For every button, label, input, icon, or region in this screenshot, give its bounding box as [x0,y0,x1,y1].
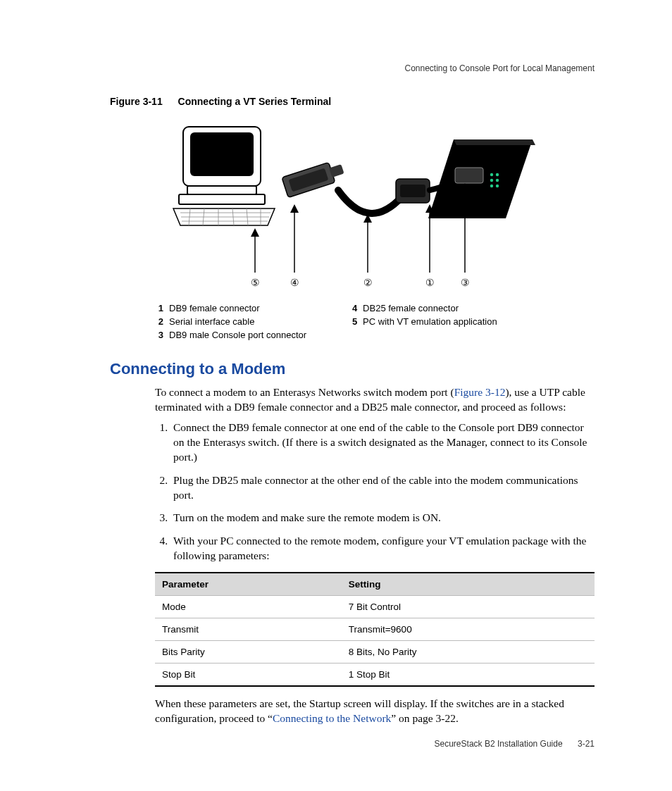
legend-item: 2 Serial interface cable [155,316,306,327]
svg-rect-1 [190,132,254,176]
svg-point-26 [496,185,499,187]
svg-rect-17 [400,185,425,197]
section-heading: Connecting to a Modem [110,360,595,378]
section-link[interactable]: Connecting to the Network [273,712,391,724]
svg-text:⑤: ⑤ [251,277,260,288]
table-row: Bits Parity 8 Bits, No Parity [155,641,595,664]
figure-illustration: ⑤ ④ ② ① ③ [110,114,595,293]
legend-item: 5 PC with VT emulation application [349,316,497,327]
svg-point-25 [490,185,493,187]
table-row: Transmit Transmit=9600 [155,618,595,641]
figure-title: Connecting a VT Series Terminal [178,96,332,107]
svg-point-22 [496,173,499,176]
svg-text:④: ④ [290,277,299,288]
switch-device-icon [428,139,535,218]
running-header: Connecting to Console Port for Local Man… [405,63,595,73]
closing-paragraph: When these parameters are set, the Start… [155,697,595,726]
step-item: Connect the DB9 female connector at one … [170,421,595,465]
step-item: Plug the DB25 male connector at the othe… [170,473,595,503]
svg-text:①: ① [425,277,435,288]
step-item: With your PC connected to the remote mod… [170,534,595,563]
procedure-list: Connect the DB9 female connector at one … [155,421,595,563]
figure-number: Figure 3-11 [110,96,163,107]
section-body: To connect a modem to an Enterasys Netwo… [155,385,595,726]
guide-name: SecureStack B2 Installation Guide [435,739,563,749]
callout-arrows [255,187,465,273]
legend-item: 4 DB25 female connector [349,303,497,313]
document-page: Connecting to Console Port for Local Man… [0,0,672,791]
figure-link[interactable]: Figure 3-12 [454,386,506,398]
figure-legend: 1 DB9 female connector 2 Serial interfac… [155,303,595,340]
page-number: 3-21 [578,739,595,749]
page-footer: SecureStack B2 Installation Guide 3-21 [435,739,595,749]
cable-icon [338,190,402,213]
table-row: Mode 7 Bit Control [155,596,595,618]
svg-rect-20 [455,168,483,183]
svg-text:②: ② [363,277,373,288]
pc-icon [173,127,275,225]
db9-female-icon [396,179,430,203]
svg-point-23 [490,179,493,182]
table-header: Parameter [155,573,342,596]
legend-item: 1 DB9 female connector [155,303,306,313]
legend-col-right: 4 DB25 female connector 5 PC with VT emu… [349,303,497,340]
svg-marker-19 [454,139,535,145]
figure-caption: Figure 3-11 Connecting a VT Series Termi… [110,96,595,107]
svg-point-24 [496,179,499,182]
legend-item: 3 DB9 male Console port connector [155,330,306,340]
vt-terminal-diagram: ⑤ ④ ② ① ③ [169,114,535,290]
table-row: Stop Bit 1 Stop Bit [155,664,595,687]
svg-text:③: ③ [461,277,470,288]
legend-col-left: 1 DB9 female connector 2 Serial interfac… [155,303,306,340]
table-header: Setting [342,573,595,596]
svg-rect-3 [179,194,265,204]
callout-numbers: ⑤ ④ ② ① ③ [251,277,470,288]
svg-rect-2 [187,186,256,194]
parameter-table: Parameter Setting Mode 7 Bit Control Tra… [155,572,595,687]
step-item: Turn on the modem and make sure the remo… [170,511,595,525]
intro-paragraph: To connect a modem to an Enterasys Netwo… [155,385,595,415]
svg-point-21 [490,173,493,176]
